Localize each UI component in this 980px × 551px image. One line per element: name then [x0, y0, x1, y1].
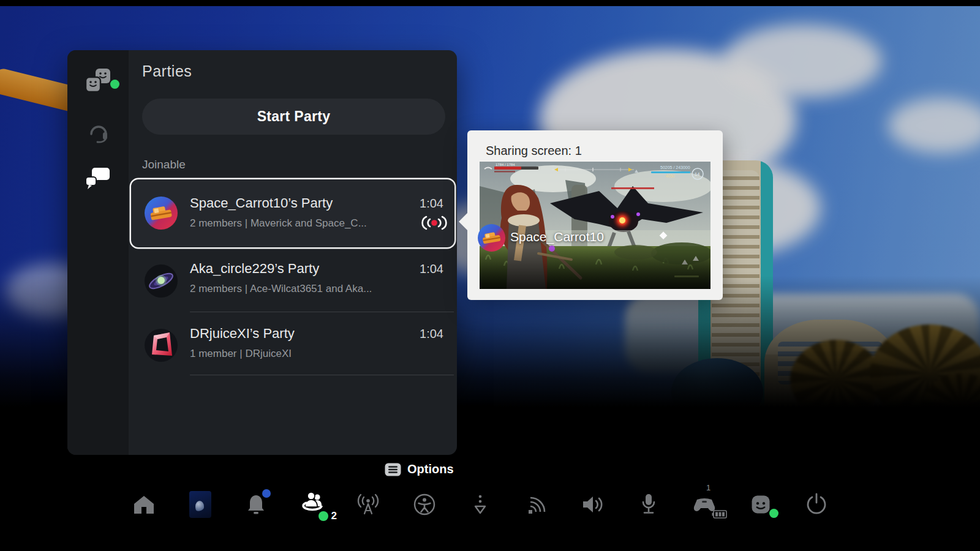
volume-icon: [580, 493, 605, 515]
nav-power[interactable]: [802, 487, 831, 522]
parties-panel: Parties Start Party Joinable: [67, 50, 457, 455]
party-members: 2 members | Ace-Wilcat3651 and Aka...: [190, 283, 372, 295]
party-members: 1 member | DRjuiceXI: [190, 348, 292, 360]
headset-icon: [85, 118, 111, 143]
nav-microphone[interactable]: [634, 487, 663, 522]
row-divider: [190, 312, 454, 312]
party-online-dot: [318, 511, 328, 521]
options-hint[interactable]: Options: [385, 462, 454, 476]
nav-broadcast[interactable]: [353, 487, 383, 522]
row-divider: [190, 375, 454, 375]
panel-sidebar: [67, 50, 129, 455]
nav-controller[interactable]: 1: [690, 487, 719, 522]
svg-text:4050: 4050: [666, 174, 675, 178]
party-name: Aka_circle229’s Party: [190, 261, 319, 277]
nav-profile[interactable]: [746, 487, 775, 522]
top-letterbox: [0, 0, 980, 6]
start-party-button[interactable]: Start Party: [142, 99, 445, 135]
party-time: 1:04: [420, 262, 443, 276]
power-icon: [805, 493, 827, 516]
party-avatar-frame: [145, 329, 178, 362]
game-base-icon: [84, 67, 112, 95]
network-signal-icon: [525, 493, 548, 516]
options-button-icon: [385, 463, 401, 476]
party-name: DRjuiceXI’s Party: [190, 326, 295, 342]
sidebar-item-voice-chat[interactable]: [67, 118, 129, 143]
profile-avatar-icon: [749, 493, 772, 516]
svg-text:50205 / 243000: 50205 / 243000: [660, 165, 690, 170]
chat-bubbles-icon: [85, 167, 111, 191]
notification-dot: [262, 489, 271, 498]
sidebar-item-messages[interactable]: [67, 167, 129, 191]
party-name: Space_Carrot10’s Party: [190, 195, 333, 211]
nav-current-game[interactable]: [186, 487, 215, 522]
sharing-screen-title: Sharing screen: 1: [486, 144, 582, 158]
page-title: Parties: [142, 62, 192, 80]
share-screen-live-icon: [421, 215, 447, 231]
sidebar-item-game-base[interactable]: [67, 67, 129, 95]
controller-battery-icon: [712, 510, 728, 521]
nav-accessibility[interactable]: [410, 487, 439, 522]
joinable-section-label: Joinable: [142, 158, 186, 171]
broadcast-icon: [356, 493, 380, 515]
controller-number: 1: [706, 483, 710, 492]
ps5-control-center: Parties Start Party Joinable: [0, 0, 980, 551]
shared-screen-preview: 1784 / 1784 50205 / 243000 14 4050: [480, 162, 710, 289]
nav-party[interactable]: 2: [298, 487, 327, 522]
accessibility-icon: [413, 493, 436, 516]
party-avatar-car: [145, 197, 178, 230]
nav-network[interactable]: [522, 487, 551, 522]
nav-downloads[interactable]: [466, 487, 495, 522]
party-members: 2 members | Maverick and Space_C...: [190, 217, 367, 230]
sharer-name: Space_Carrot10: [510, 230, 604, 244]
control-center-nav: 2: [129, 487, 831, 522]
nav-home[interactable]: [129, 487, 159, 522]
party-row[interactable]: Aka_circle229’s Party 2 members | Ace-Wi…: [131, 251, 454, 312]
online-status-dot: [110, 80, 119, 89]
party-time: 1:04: [420, 197, 443, 211]
sharing-screen-popup: Sharing screen: 1: [467, 130, 723, 300]
party-time: 1:04: [420, 327, 443, 341]
nav-volume[interactable]: [578, 487, 607, 522]
current-game-tile: [189, 491, 211, 518]
options-label: Options: [407, 462, 454, 476]
profile-online-dot: [769, 509, 778, 518]
svg-text:14: 14: [695, 171, 699, 177]
downloads-icon: [469, 493, 491, 515]
mic-icon: [638, 493, 659, 516]
sharer-avatar: [478, 224, 505, 252]
party-count-badge: 2: [331, 510, 337, 522]
home-icon: [134, 495, 154, 514]
party-row[interactable]: DRjuiceXI’s Party 1 member | DRjuiceXI 1…: [131, 316, 454, 375]
svg-text:1784 / 1784: 1784 / 1784: [496, 163, 515, 167]
party-row-selected[interactable]: Space_Carrot10’s Party 2 members | Maver…: [131, 179, 454, 247]
popup-arrow: [459, 212, 468, 231]
party-avatar-galaxy: [145, 264, 178, 298]
nav-notifications[interactable]: [241, 487, 271, 522]
